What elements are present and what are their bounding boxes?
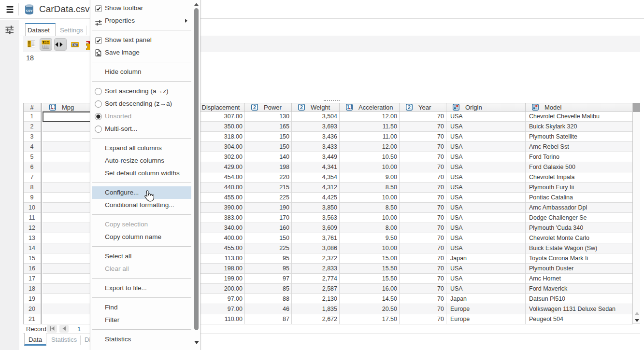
- svg-text:1: 1: [347, 105, 350, 110]
- svg-text:TXT: TXT: [72, 43, 79, 46]
- svg-text:1: 1: [50, 105, 53, 110]
- svg-text:2: 2: [300, 104, 303, 110]
- svg-text:csv: csv: [26, 8, 33, 13]
- svg-text:2: 2: [253, 104, 256, 110]
- svg-text:1: 1: [54, 105, 56, 110]
- svg-text:2: 2: [408, 104, 411, 110]
- svg-text:1: 1: [350, 105, 353, 110]
